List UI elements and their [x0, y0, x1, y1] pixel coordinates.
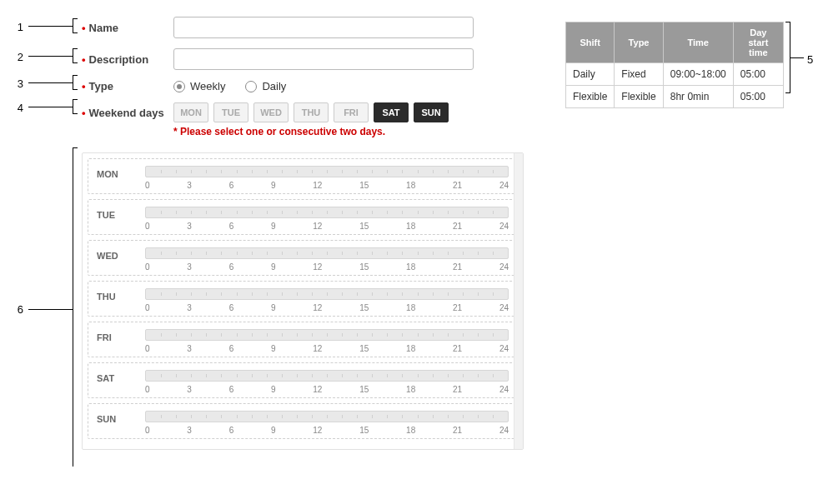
- tick: [327, 374, 328, 377]
- tick: [387, 374, 388, 377]
- tick: [176, 252, 177, 255]
- weekend-day-sun[interactable]: SUN: [414, 102, 449, 122]
- hour-label: 24: [499, 385, 509, 394]
- hour-label: 21: [453, 344, 462, 353]
- schedule-track[interactable]: 03691215182124: [145, 370, 509, 394]
- weekend-day-mon[interactable]: MON: [173, 102, 208, 122]
- tick: [312, 415, 313, 418]
- hour-label: 15: [359, 262, 369, 272]
- schedule-row-wed: WED03691215182124: [88, 240, 518, 276]
- tick: [237, 333, 238, 337]
- cell-daystart: 05:00: [733, 63, 783, 86]
- tick: [357, 333, 358, 337]
- annotation-line: [28, 82, 73, 83]
- description-input[interactable]: [173, 48, 474, 70]
- schedule-track[interactable]: 03691215182124: [145, 411, 509, 435]
- hour-label: 21: [453, 303, 462, 312]
- name-label: •Name: [82, 22, 173, 34]
- tick: [221, 333, 222, 337]
- weekend-day-thu[interactable]: THU: [294, 102, 329, 122]
- tick: [402, 333, 403, 337]
- tick: [463, 170, 464, 173]
- schedule-track[interactable]: 03691215182124: [145, 166, 509, 190]
- track-hour-labels: 03691215182124: [145, 385, 509, 394]
- tick: [463, 374, 464, 377]
- hour-label: 6: [229, 385, 234, 394]
- name-input[interactable]: [173, 17, 474, 38]
- tick: [297, 415, 298, 418]
- schedule-track-bar[interactable]: [145, 411, 509, 422]
- cell-daystart: 05:00: [733, 86, 783, 108]
- hour-label: 24: [499, 303, 509, 312]
- weekend-day-wed[interactable]: WED: [253, 102, 289, 122]
- tick: [357, 292, 358, 296]
- schedule-day-label: SAT: [97, 370, 133, 383]
- schedule-track-bar[interactable]: [145, 288, 509, 300]
- hour-label: 6: [229, 303, 234, 312]
- tick: [191, 374, 192, 377]
- tick: [478, 333, 479, 337]
- hour-label: 9: [271, 385, 276, 394]
- hour-label: 15: [359, 181, 369, 190]
- annotation-4: 4: [8, 102, 23, 114]
- tick: [357, 252, 358, 255]
- schedule-track-bar[interactable]: [145, 247, 509, 259]
- tick: [191, 252, 192, 255]
- hour-label: 21: [453, 181, 462, 190]
- schedule-track[interactable]: 03691215182124: [145, 288, 509, 312]
- annotation-2: 2: [8, 51, 23, 63]
- weekend-day-tue[interactable]: TUE: [213, 102, 248, 122]
- tick: [312, 333, 313, 337]
- tick: [252, 292, 253, 296]
- schedule-track-bar[interactable]: [145, 370, 509, 382]
- schedule-track-bar[interactable]: [145, 207, 509, 218]
- hour-label: 6: [229, 426, 234, 435]
- tick: [267, 415, 268, 418]
- schedule-day-label: MON: [97, 166, 133, 179]
- schedule-track-bar[interactable]: [145, 166, 509, 177]
- hour-label: 6: [229, 344, 234, 353]
- tick: [402, 252, 403, 255]
- annotation-1: 1: [8, 21, 23, 33]
- hour-label: 24: [499, 222, 509, 231]
- hour-label: 24: [499, 181, 509, 190]
- schedule-track[interactable]: 03691215182124: [145, 207, 509, 231]
- tick: [478, 170, 479, 173]
- table-row[interactable]: FlexibleFlexible8hr 0min05:00: [566, 86, 784, 108]
- tick: [237, 292, 238, 296]
- tick: [418, 170, 419, 173]
- schedule-track-bar[interactable]: [145, 329, 509, 341]
- tick: [327, 170, 328, 173]
- tick: [342, 252, 343, 255]
- type-radio-daily[interactable]: Daily: [245, 80, 286, 92]
- annotation-line: [28, 26, 73, 27]
- tick: [176, 333, 177, 337]
- annotation-line: [28, 309, 73, 310]
- tick: [433, 292, 434, 296]
- tick: [206, 415, 207, 418]
- tick: [221, 415, 222, 418]
- tick: [191, 170, 192, 173]
- tick: [493, 170, 494, 173]
- tick: [493, 211, 494, 214]
- type-radio-weekly[interactable]: Weekly: [173, 80, 225, 92]
- tick: [252, 415, 253, 418]
- type-radio-weekly-label: Weekly: [190, 80, 225, 92]
- tick: [252, 170, 253, 173]
- tick: [478, 252, 479, 255]
- tick: [342, 292, 343, 296]
- table-row[interactable]: DailyFixed09:00~18:0005:00: [566, 63, 784, 86]
- tick: [463, 292, 464, 296]
- tick: [433, 170, 434, 173]
- weekend-day-sat[interactable]: SAT: [374, 102, 409, 122]
- tick: [297, 333, 298, 337]
- hour-label: 24: [499, 262, 509, 272]
- tick: [372, 211, 373, 214]
- schedule-track[interactable]: 03691215182124: [145, 247, 509, 272]
- tick: [312, 211, 313, 214]
- schedule-day-label: THU: [97, 288, 133, 302]
- hour-label: 15: [359, 222, 369, 231]
- weekend-day-fri[interactable]: FRI: [334, 102, 369, 122]
- schedule-track[interactable]: 03691215182124: [145, 329, 509, 353]
- weekend-hint: * Please select one or consecutive two d…: [173, 126, 810, 137]
